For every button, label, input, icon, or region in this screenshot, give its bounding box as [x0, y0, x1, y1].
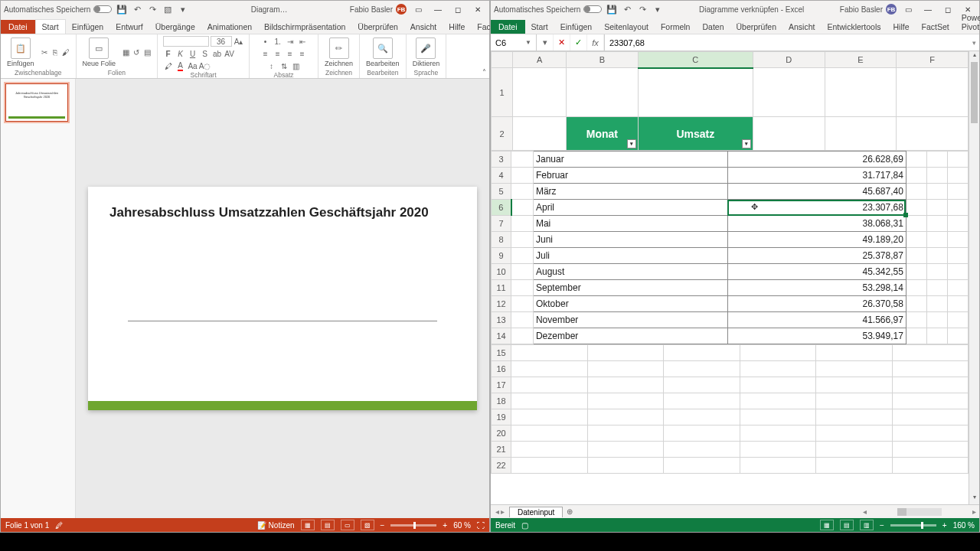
sorter-view-icon[interactable]: ▤: [321, 520, 335, 530]
confirm-icon[interactable]: ✓: [570, 34, 587, 51]
row-8[interactable]: 8: [492, 232, 511, 248]
row-3[interactable]: 3: [492, 152, 511, 168]
cell-umsatz[interactable]: 25.378,87: [727, 248, 906, 264]
row-1[interactable]: 1: [492, 68, 513, 117]
tab-help[interactable]: Hilfe: [443, 20, 471, 34]
cell[interactable]: [906, 184, 926, 200]
tab-design[interactable]: Entwurf: [109, 20, 149, 34]
col-F[interactable]: F: [897, 52, 969, 68]
redo-icon[interactable]: ↷: [147, 4, 158, 15]
layout-icon[interactable]: ▦: [120, 47, 131, 58]
cell[interactable]: [947, 248, 968, 264]
sheet-prev-icon[interactable]: ◂: [495, 507, 499, 516]
chevron-down-icon[interactable]: ▾: [652, 4, 663, 15]
columns-icon[interactable]: ▥: [291, 60, 302, 71]
edit-button[interactable]: 🔍Bearbeiten: [364, 36, 401, 69]
section-icon[interactable]: ▤: [142, 47, 152, 58]
bullets-icon[interactable]: •: [260, 36, 271, 47]
select-all[interactable]: [492, 52, 513, 68]
scroll-up-icon[interactable]: ▴: [969, 51, 979, 62]
tab-powerpivot[interactable]: Power Pivot: [956, 11, 980, 34]
text-direction-icon[interactable]: ⇅: [279, 60, 289, 71]
sheet-next-icon[interactable]: ▸: [501, 507, 505, 516]
reading-view-icon[interactable]: ▭: [341, 520, 354, 530]
tab-start[interactable]: Start: [35, 19, 66, 34]
cell[interactable]: [947, 296, 968, 312]
cell[interactable]: [906, 248, 926, 264]
close-icon[interactable]: ✕: [469, 4, 486, 15]
slide[interactable]: Jahresabschluss Umsatzzahlen Geschäftsja…: [88, 187, 477, 410]
tab-animations[interactable]: Animationen: [201, 20, 258, 34]
paste-button[interactable]: 📋Einfügen: [5, 36, 36, 69]
row-14[interactable]: 14: [492, 328, 511, 344]
spacing-icon[interactable]: AV: [224, 48, 235, 59]
justify-icon[interactable]: ≡: [297, 48, 308, 59]
tab-view[interactable]: Ansicht: [404, 20, 443, 34]
cell[interactable]: [926, 296, 947, 312]
cell[interactable]: [511, 264, 534, 280]
tab-factset[interactable]: FactSet: [916, 20, 956, 34]
cell[interactable]: [511, 328, 534, 344]
cell[interactable]: [906, 200, 926, 216]
scroll-thumb[interactable]: [971, 62, 978, 123]
zoom-slider[interactable]: [390, 524, 436, 527]
slide-thumbnail-1[interactable]: Jahresabschluss Umsatzzahlen Geschäftsja…: [5, 83, 68, 122]
row-21[interactable]: 21: [492, 442, 511, 458]
minimize-icon[interactable]: ―: [430, 4, 446, 15]
collapse-ribbon-icon[interactable]: ˄: [482, 68, 486, 77]
cell-umsatz[interactable]: 45.342,55: [727, 264, 906, 280]
cell[interactable]: [511, 200, 534, 216]
cell[interactable]: [947, 184, 968, 200]
row-2[interactable]: 2: [492, 117, 513, 151]
cell[interactable]: [511, 168, 534, 184]
fill-handle[interactable]: [903, 213, 908, 217]
cell[interactable]: [926, 328, 947, 344]
slideshow-icon[interactable]: ▧: [162, 4, 173, 15]
reset-icon[interactable]: ↺: [131, 47, 142, 58]
cell[interactable]: [926, 264, 947, 280]
strike-icon[interactable]: S: [200, 48, 211, 59]
numbering-icon[interactable]: 1.: [273, 36, 283, 47]
cell[interactable]: [947, 232, 968, 248]
cell[interactable]: [926, 216, 947, 232]
col-D[interactable]: D: [753, 52, 825, 68]
minimize-icon[interactable]: ―: [920, 4, 936, 15]
cell[interactable]: [906, 328, 926, 344]
horizontal-scrollbar[interactable]: [897, 508, 942, 516]
chevron-down-icon[interactable]: ▾: [178, 4, 188, 15]
cell-umsatz[interactable]: 53.298,14: [727, 280, 906, 296]
hscroll-left-icon[interactable]: ◂: [863, 507, 867, 516]
macro-record-icon[interactable]: ▢: [521, 521, 528, 530]
highlight-icon[interactable]: 🖍: [163, 60, 174, 71]
cell[interactable]: [926, 152, 947, 168]
row-5[interactable]: 5: [492, 184, 511, 200]
font-color-icon[interactable]: A: [175, 60, 186, 71]
row-10[interactable]: 10: [492, 264, 511, 280]
line-spacing-icon[interactable]: ↕: [266, 60, 277, 71]
cell[interactable]: [511, 184, 534, 200]
tab-start[interactable]: Start: [525, 20, 554, 34]
cell[interactable]: [947, 216, 968, 232]
row-11[interactable]: 11: [492, 280, 511, 296]
format-painter-icon[interactable]: 🖌: [60, 47, 71, 58]
case-icon[interactable]: Aa: [188, 60, 198, 71]
row-16[interactable]: 16: [492, 361, 511, 377]
copy-icon[interactable]: ⎘: [50, 47, 60, 58]
zoom-out-icon[interactable]: −: [880, 521, 884, 530]
cell-month[interactable]: Februar: [533, 168, 727, 184]
cell[interactable]: [511, 280, 534, 296]
font-select[interactable]: [163, 36, 209, 47]
cell[interactable]: [906, 168, 926, 184]
cell[interactable]: [926, 200, 947, 216]
font-size[interactable]: 36: [211, 36, 232, 47]
cell[interactable]: [511, 232, 534, 248]
row-4[interactable]: 4: [492, 168, 511, 184]
filter-icon[interactable]: ▾: [742, 139, 751, 148]
tab-view[interactable]: Ansicht: [782, 20, 821, 34]
shadow-icon[interactable]: ab: [212, 48, 223, 59]
cell[interactable]: [926, 184, 947, 200]
page-layout-icon[interactable]: ▤: [840, 520, 854, 530]
save-icon[interactable]: 💾: [606, 4, 617, 15]
italic-icon[interactable]: K: [175, 48, 186, 59]
tab-review[interactable]: Überprüfen: [351, 20, 404, 34]
